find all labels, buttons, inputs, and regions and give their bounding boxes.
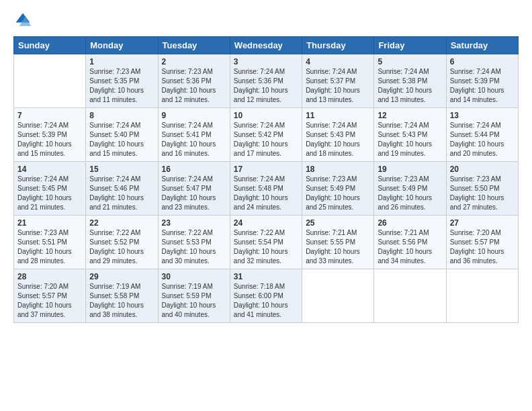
page: SundayMondayTuesdayWednesdayThursdayFrid… (0, 0, 532, 411)
day-number: 22 (89, 218, 154, 228)
day-info: Sunrise: 7:22 AMSunset: 5:54 PMDaylight:… (234, 228, 298, 266)
weekday-header-row: SundayMondayTuesdayWednesdayThursdayFrid… (14, 37, 519, 54)
day-info: Sunrise: 7:23 AMSunset: 5:51 PMDaylight:… (17, 228, 82, 266)
weekday-header-saturday: Saturday (446, 37, 518, 54)
day-number: 23 (162, 218, 226, 228)
calendar-cell (14, 54, 86, 108)
calendar-cell: 25Sunrise: 7:21 AMSunset: 5:55 PMDayligh… (302, 216, 374, 269)
calendar: SundayMondayTuesdayWednesdayThursdayFrid… (13, 36, 519, 323)
day-number: 20 (450, 165, 515, 174)
calendar-cell: 2Sunrise: 7:23 AMSunset: 5:36 PMDaylight… (158, 54, 230, 108)
day-number: 24 (234, 218, 298, 228)
day-info: Sunrise: 7:24 AMSunset: 5:39 PMDaylight:… (17, 121, 82, 158)
day-number: 19 (378, 165, 442, 174)
day-info: Sunrise: 7:20 AMSunset: 5:57 PMDaylight:… (17, 282, 82, 320)
calendar-cell: 14Sunrise: 7:24 AMSunset: 5:45 PMDayligh… (14, 162, 86, 216)
day-number: 30 (162, 272, 226, 281)
calendar-cell: 31Sunrise: 7:18 AMSunset: 6:00 PMDayligh… (230, 269, 302, 323)
calendar-cell: 8Sunrise: 7:24 AMSunset: 5:40 PMDaylight… (86, 108, 158, 162)
day-number: 6 (450, 57, 515, 66)
day-info: Sunrise: 7:23 AMSunset: 5:50 PMDaylight:… (450, 175, 515, 212)
calendar-cell: 13Sunrise: 7:24 AMSunset: 5:44 PMDayligh… (446, 108, 518, 162)
calendar-cell: 15Sunrise: 7:24 AMSunset: 5:46 PMDayligh… (86, 162, 158, 216)
day-info: Sunrise: 7:24 AMSunset: 5:40 PMDaylight:… (89, 121, 154, 158)
day-number: 27 (450, 218, 515, 228)
calendar-cell: 24Sunrise: 7:22 AMSunset: 5:54 PMDayligh… (230, 216, 302, 269)
day-info: Sunrise: 7:19 AMSunset: 5:59 PMDaylight:… (162, 282, 226, 320)
day-number: 1 (89, 57, 154, 66)
day-info: Sunrise: 7:24 AMSunset: 5:47 PMDaylight:… (162, 175, 226, 212)
calendar-cell: 22Sunrise: 7:22 AMSunset: 5:52 PMDayligh… (86, 216, 158, 269)
logo (13, 11, 35, 30)
day-number: 31 (234, 272, 298, 281)
day-info: Sunrise: 7:24 AMSunset: 5:36 PMDaylight:… (234, 67, 298, 105)
day-info: Sunrise: 7:21 AMSunset: 5:55 PMDaylight:… (306, 228, 370, 266)
day-info: Sunrise: 7:24 AMSunset: 5:37 PMDaylight:… (306, 67, 370, 105)
weekday-header-thursday: Thursday (302, 37, 374, 54)
day-info: Sunrise: 7:24 AMSunset: 5:45 PMDaylight:… (17, 175, 82, 212)
calendar-cell (446, 269, 518, 323)
calendar-cell: 27Sunrise: 7:20 AMSunset: 5:57 PMDayligh… (446, 216, 518, 269)
calendar-cell (302, 269, 374, 323)
calendar-cell: 26Sunrise: 7:21 AMSunset: 5:56 PMDayligh… (374, 216, 446, 269)
weekday-header-tuesday: Tuesday (158, 37, 230, 54)
day-info: Sunrise: 7:18 AMSunset: 6:00 PMDaylight:… (234, 282, 298, 320)
calendar-week-row: 7Sunrise: 7:24 AMSunset: 5:39 PMDaylight… (14, 108, 519, 162)
day-number: 7 (17, 111, 82, 120)
day-info: Sunrise: 7:20 AMSunset: 5:57 PMDaylight:… (450, 228, 515, 266)
calendar-cell: 28Sunrise: 7:20 AMSunset: 5:57 PMDayligh… (14, 269, 86, 323)
day-info: Sunrise: 7:24 AMSunset: 5:38 PMDaylight:… (378, 67, 442, 105)
calendar-cell: 23Sunrise: 7:22 AMSunset: 5:53 PMDayligh… (158, 216, 230, 269)
calendar-cell: 19Sunrise: 7:23 AMSunset: 5:49 PMDayligh… (374, 162, 446, 216)
day-info: Sunrise: 7:23 AMSunset: 5:35 PMDaylight:… (89, 67, 154, 105)
day-info: Sunrise: 7:24 AMSunset: 5:44 PMDaylight:… (450, 121, 515, 158)
day-info: Sunrise: 7:24 AMSunset: 5:48 PMDaylight:… (234, 175, 298, 212)
calendar-cell: 12Sunrise: 7:24 AMSunset: 5:43 PMDayligh… (374, 108, 446, 162)
day-info: Sunrise: 7:23 AMSunset: 5:49 PMDaylight:… (378, 175, 442, 212)
day-info: Sunrise: 7:24 AMSunset: 5:43 PMDaylight:… (378, 121, 442, 158)
day-info: Sunrise: 7:24 AMSunset: 5:43 PMDaylight:… (306, 121, 370, 158)
calendar-cell: 21Sunrise: 7:23 AMSunset: 5:51 PMDayligh… (14, 216, 86, 269)
weekday-header-friday: Friday (374, 37, 446, 54)
day-number: 21 (17, 218, 82, 228)
weekday-header-monday: Monday (86, 37, 158, 54)
day-number: 5 (378, 57, 442, 66)
calendar-cell: 7Sunrise: 7:24 AMSunset: 5:39 PMDaylight… (14, 108, 86, 162)
calendar-cell: 10Sunrise: 7:24 AMSunset: 5:42 PMDayligh… (230, 108, 302, 162)
day-number: 14 (17, 165, 82, 174)
day-number: 25 (306, 218, 370, 228)
day-number: 11 (306, 111, 370, 120)
day-info: Sunrise: 7:22 AMSunset: 5:52 PMDaylight:… (89, 228, 154, 266)
calendar-cell: 4Sunrise: 7:24 AMSunset: 5:37 PMDaylight… (302, 54, 374, 108)
day-number: 8 (89, 111, 154, 120)
day-info: Sunrise: 7:24 AMSunset: 5:39 PMDaylight:… (450, 67, 515, 105)
day-info: Sunrise: 7:21 AMSunset: 5:56 PMDaylight:… (378, 228, 442, 266)
day-number: 4 (306, 57, 370, 66)
day-number: 28 (17, 272, 82, 281)
calendar-cell: 18Sunrise: 7:23 AMSunset: 5:49 PMDayligh… (302, 162, 374, 216)
day-info: Sunrise: 7:23 AMSunset: 5:36 PMDaylight:… (162, 67, 226, 105)
weekday-header-sunday: Sunday (14, 37, 86, 54)
calendar-cell: 9Sunrise: 7:24 AMSunset: 5:41 PMDaylight… (158, 108, 230, 162)
day-number: 12 (378, 111, 442, 120)
calendar-cell: 5Sunrise: 7:24 AMSunset: 5:38 PMDaylight… (374, 54, 446, 108)
day-number: 26 (378, 218, 442, 228)
header (13, 11, 519, 30)
day-info: Sunrise: 7:24 AMSunset: 5:41 PMDaylight:… (162, 121, 226, 158)
day-number: 3 (234, 57, 298, 66)
calendar-cell: 3Sunrise: 7:24 AMSunset: 5:36 PMDaylight… (230, 54, 302, 108)
day-number: 18 (306, 165, 370, 174)
weekday-header-wednesday: Wednesday (230, 37, 302, 54)
day-info: Sunrise: 7:22 AMSunset: 5:53 PMDaylight:… (162, 228, 226, 266)
calendar-cell: 11Sunrise: 7:24 AMSunset: 5:43 PMDayligh… (302, 108, 374, 162)
calendar-week-row: 14Sunrise: 7:24 AMSunset: 5:45 PMDayligh… (14, 162, 519, 216)
day-info: Sunrise: 7:24 AMSunset: 5:42 PMDaylight:… (234, 121, 298, 158)
calendar-week-row: 21Sunrise: 7:23 AMSunset: 5:51 PMDayligh… (14, 216, 519, 269)
day-number: 15 (89, 165, 154, 174)
calendar-cell: 16Sunrise: 7:24 AMSunset: 5:47 PMDayligh… (158, 162, 230, 216)
calendar-cell: 6Sunrise: 7:24 AMSunset: 5:39 PMDaylight… (446, 54, 518, 108)
day-number: 9 (162, 111, 226, 120)
calendar-cell: 30Sunrise: 7:19 AMSunset: 5:59 PMDayligh… (158, 269, 230, 323)
calendar-cell: 29Sunrise: 7:19 AMSunset: 5:58 PMDayligh… (86, 269, 158, 323)
day-number: 17 (234, 165, 298, 174)
